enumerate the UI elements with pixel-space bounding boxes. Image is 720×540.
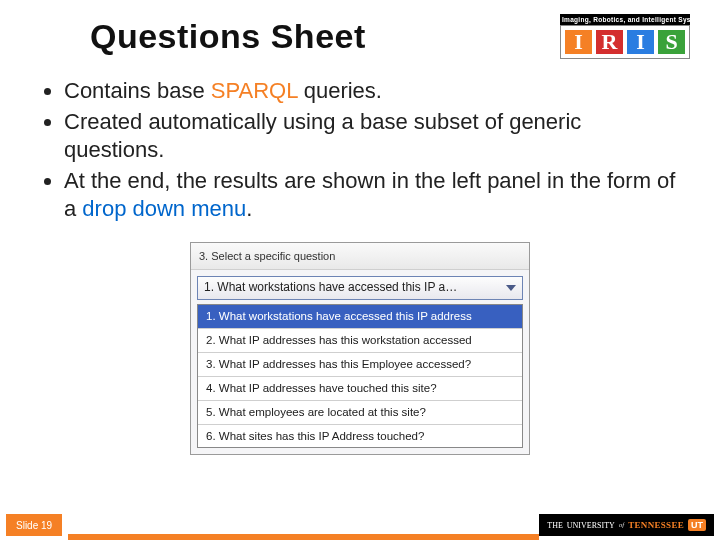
bullet-3-text-post: .	[246, 196, 252, 221]
slide-number: Slide 19	[6, 514, 62, 536]
iris-letter-i2: I	[627, 30, 654, 54]
bullet-list: Contains base SPARQL queries. Created au…	[40, 77, 680, 224]
iris-letter-i1: I	[565, 30, 592, 54]
iris-letter-blocks: I R I S	[560, 25, 690, 59]
univ-of: of	[619, 521, 624, 529]
bullet-1-text-post: queries.	[298, 78, 382, 103]
chevron-down-icon	[506, 285, 516, 291]
bullet-3: At the end, the results are shown in the…	[64, 167, 680, 224]
question-option[interactable]: 2. What IP addresses has this workstatio…	[198, 329, 522, 353]
panel-caption: 3. Select a specific question	[191, 243, 529, 270]
iris-letter-r: R	[596, 30, 623, 54]
bullet-1-highlight: SPARQL	[211, 78, 298, 103]
question-option[interactable]: 1. What workstations have accessed this …	[198, 305, 522, 329]
ut-icon: UT	[688, 519, 706, 531]
question-combobox[interactable]: 1. What workstations have accessed this …	[197, 276, 523, 300]
question-option[interactable]: 5. What employees are located at this si…	[198, 401, 522, 425]
iris-strapline: Imaging, Robotics, and Intelligent Syste…	[560, 14, 690, 25]
bullet-1-text-pre: Contains base	[64, 78, 211, 103]
university-logo: THE UNIVERSITY of TENNESSEE UT	[539, 514, 714, 536]
slide-footer: Slide 19 THE UNIVERSITY of TENNESSEE UT	[0, 512, 720, 540]
question-option[interactable]: 4. What IP addresses have touched this s…	[198, 377, 522, 401]
combobox-value: 1. What workstations have accessed this …	[204, 280, 457, 296]
footer-accent-bar	[68, 534, 539, 540]
dropdown-figure: 3. Select a specific question 1. What wo…	[40, 242, 680, 456]
slide-body: Contains base SPARQL queries. Created au…	[0, 59, 720, 455]
bullet-3-highlight: drop down menu	[82, 196, 246, 221]
header-row: Questions Sheet Imaging, Robotics, and I…	[0, 0, 720, 59]
univ-the: THE	[547, 521, 563, 530]
bullet-2: Created automatically using a base subse…	[64, 108, 680, 165]
question-option[interactable]: 3. What IP addresses has this Employee a…	[198, 353, 522, 377]
page-title: Questions Sheet	[90, 17, 366, 56]
question-panel: 3. Select a specific question 1. What wo…	[190, 242, 530, 456]
univ-tennessee: TENNESSEE	[628, 520, 684, 530]
univ-word: UNIVERSITY	[567, 521, 615, 530]
iris-logo: Imaging, Robotics, and Intelligent Syste…	[560, 14, 690, 59]
question-option[interactable]: 6. What sites has this IP Address touche…	[198, 425, 522, 448]
question-options-list: 1. What workstations have accessed this …	[197, 304, 523, 449]
bullet-1: Contains base SPARQL queries.	[64, 77, 680, 106]
iris-letter-s: S	[658, 30, 685, 54]
